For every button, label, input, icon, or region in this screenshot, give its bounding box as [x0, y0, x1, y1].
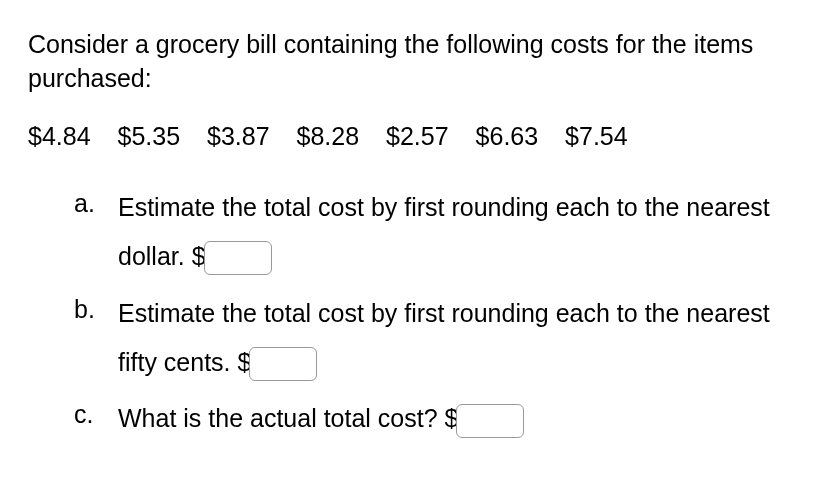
- price-item: $4.84: [28, 122, 91, 150]
- question-a: a. Estimate the total cost by first roun…: [74, 183, 796, 281]
- question-list: a. Estimate the total cost by first roun…: [28, 183, 796, 443]
- answer-input-b[interactable]: [249, 347, 317, 381]
- answer-input-c[interactable]: [456, 404, 524, 438]
- question-label: b.: [74, 289, 118, 327]
- question-body: Estimate the total cost by first roundin…: [118, 289, 796, 387]
- price-item: $6.63: [476, 122, 539, 150]
- question-label: a.: [74, 183, 118, 221]
- question-b: b. Estimate the total cost by first roun…: [74, 289, 796, 387]
- price-item: $2.57: [386, 122, 449, 150]
- intro-text: Consider a grocery bill containing the f…: [28, 28, 796, 96]
- question-text: Estimate the total cost by first roundin…: [118, 299, 770, 376]
- question-body: What is the actual total cost? $: [118, 394, 796, 443]
- price-item: $5.35: [118, 122, 181, 150]
- price-item: $8.28: [297, 122, 360, 150]
- answer-input-a[interactable]: [204, 241, 272, 275]
- price-list: $4.84 $5.35 $3.87 $8.28 $2.57 $6.63 $7.5…: [28, 120, 796, 154]
- question-label: c.: [74, 394, 118, 432]
- question-text: What is the actual total cost? $: [118, 404, 458, 432]
- question-body: Estimate the total cost by first roundin…: [118, 183, 796, 281]
- exercise-page: Consider a grocery bill containing the f…: [0, 0, 828, 479]
- question-c: c. What is the actual total cost? $: [74, 394, 796, 443]
- price-item: $3.87: [207, 122, 270, 150]
- price-item: $7.54: [565, 122, 628, 150]
